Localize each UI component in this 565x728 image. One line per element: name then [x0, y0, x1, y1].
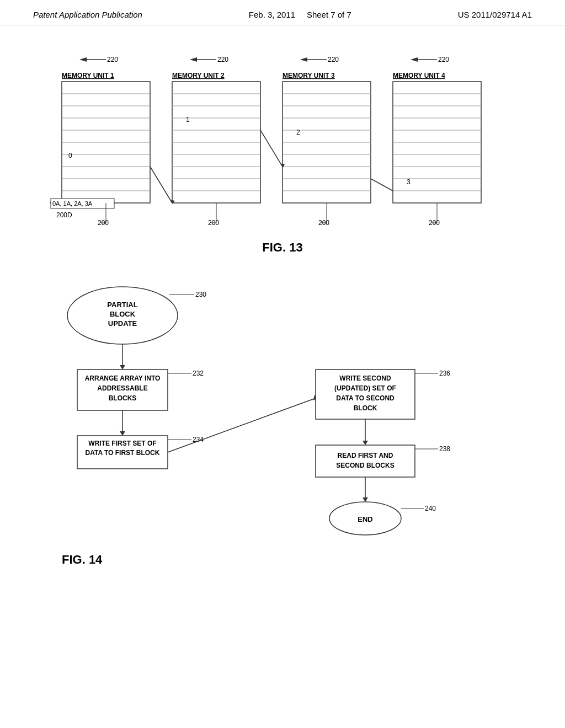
svg-text:BLOCK: BLOCK	[354, 404, 377, 412]
svg-text:SECOND BLOCKS: SECOND BLOCKS	[336, 462, 394, 469]
svg-text:0: 0	[68, 152, 72, 159]
svg-text:UPDATE: UPDATE	[108, 319, 137, 328]
fig14-svg: PARTIAL BLOCK UPDATE 230 ARRANGE ARRAY I…	[45, 271, 520, 569]
svg-rect-32	[282, 82, 371, 203]
svg-text:236: 236	[439, 370, 450, 377]
fig14-diagram: PARTIAL BLOCK UPDATE 230 ARRANGE ARRAY I…	[45, 271, 520, 569]
svg-text:BLOCK: BLOCK	[110, 310, 136, 318]
svg-marker-10	[411, 57, 418, 62]
header-date-sheet: Feb. 3, 2011 Sheet 7 of 7	[249, 10, 351, 19]
svg-text:220: 220	[217, 56, 228, 63]
svg-text:FIG. 14: FIG. 14	[62, 553, 103, 566]
svg-text:READ FIRST AND: READ FIRST AND	[338, 452, 393, 459]
svg-text:PARTIAL: PARTIAL	[107, 301, 137, 309]
svg-text:DATA TO FIRST BLOCK: DATA TO FIRST BLOCK	[86, 449, 160, 457]
svg-text:220: 220	[438, 56, 449, 63]
fig13-label: FIG. 13	[33, 240, 532, 255]
svg-text:3: 3	[407, 178, 411, 186]
svg-text:220: 220	[328, 56, 339, 63]
svg-text:0A, 1A, 2A, 3A: 0A, 1A, 2A, 3A	[52, 200, 93, 207]
svg-marker-97	[120, 431, 125, 436]
svg-marker-61	[171, 199, 176, 204]
svg-rect-67	[51, 199, 114, 208]
svg-text:ADDRESSABLE: ADDRESSABLE	[97, 384, 147, 392]
svg-line-103	[168, 398, 316, 452]
svg-text:MEMORY UNIT 1: MEMORY UNIT 1	[62, 72, 114, 79]
svg-marker-89	[120, 365, 125, 370]
svg-text:232: 232	[193, 370, 204, 377]
svg-text:(UPDATED) SET OF: (UPDATED) SET OF	[334, 384, 396, 392]
svg-marker-66	[50, 201, 53, 205]
svg-text:200: 200	[208, 219, 219, 227]
svg-text:END: END	[358, 515, 372, 523]
svg-text:220: 220	[107, 56, 118, 63]
svg-text:2: 2	[296, 129, 300, 136]
svg-text:200: 200	[318, 219, 329, 227]
svg-text:WRITE FIRST SET OF: WRITE FIRST SET OF	[88, 440, 156, 447]
svg-text:230: 230	[195, 291, 206, 298]
svg-text:MEMORY UNIT 3: MEMORY UNIT 3	[282, 72, 335, 79]
page-header: Patent Application Publication Feb. 3, 2…	[0, 0, 565, 25]
svg-rect-114	[316, 445, 415, 477]
svg-text:1: 1	[186, 116, 190, 124]
svg-text:200: 200	[98, 219, 109, 227]
fig13-svg: 220 220 220 220	[45, 47, 520, 235]
fig13-diagram: 220 220 220 220	[45, 47, 520, 235]
svg-marker-120	[363, 497, 368, 502]
svg-marker-1	[79, 57, 87, 62]
svg-text:MEMORY UNIT 4: MEMORY UNIT 4	[393, 72, 445, 79]
header-patent-number: US 2011/029714 A1	[458, 10, 532, 19]
svg-rect-42	[393, 82, 481, 203]
header-publication: Patent Application Publication	[33, 10, 142, 19]
svg-marker-4	[190, 57, 197, 62]
svg-marker-63	[281, 162, 286, 168]
svg-text:238: 238	[439, 445, 450, 453]
svg-text:ARRANGE ARRAY INTO: ARRANGE ARRAY INTO	[85, 374, 161, 382]
svg-line-60	[150, 167, 172, 203]
main-content: 220 220 220 220	[0, 25, 565, 591]
svg-rect-12	[62, 82, 150, 203]
svg-text:200: 200	[429, 219, 440, 227]
svg-line-62	[260, 130, 282, 167]
svg-text:MEMORY UNIT 2: MEMORY UNIT 2	[172, 72, 225, 79]
svg-marker-113	[363, 441, 368, 445]
header-sheet: Sheet 7 of 7	[307, 10, 351, 19]
svg-text:200D: 200D	[56, 211, 72, 219]
svg-rect-22	[172, 82, 260, 203]
svg-text:240: 240	[425, 505, 436, 512]
header-date: Feb. 3, 2011	[249, 10, 295, 19]
svg-text:BLOCKS: BLOCKS	[109, 394, 137, 402]
svg-text:DATA TO SECOND: DATA TO SECOND	[336, 394, 395, 402]
svg-text:WRITE SECOND: WRITE SECOND	[339, 374, 391, 382]
svg-marker-7	[300, 57, 307, 62]
svg-line-64	[371, 179, 393, 191]
